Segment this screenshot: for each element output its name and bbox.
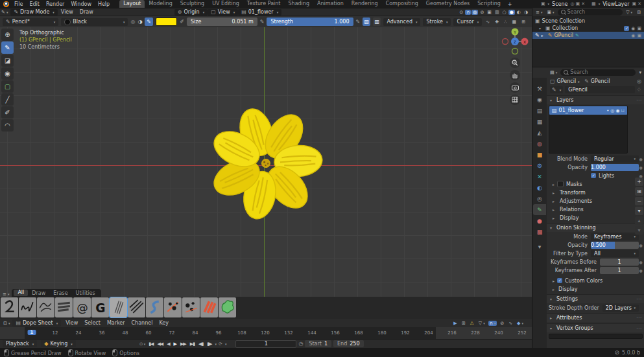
custom-colors-row[interactable]: ▸ ✓ Custom Colors xyxy=(549,277,643,284)
brush-scribble[interactable] xyxy=(37,297,54,317)
shading-rendered-icon[interactable]: ◑ xyxy=(523,10,529,15)
outliner-row-scene-collection[interactable]: ▣ Scene Collection xyxy=(532,17,644,25)
shelf-tab-draw[interactable]: Draw xyxy=(28,290,49,296)
dope-menu-select[interactable]: Select xyxy=(81,320,104,326)
new-collection-icon[interactable]: ⊞ xyxy=(636,10,642,15)
hide-viewport-icon[interactable]: ◉ xyxy=(631,26,635,31)
brush-splatter-accent[interactable] xyxy=(164,297,182,317)
disable-render-icon[interactable]: ▣ xyxy=(637,26,641,31)
app-menu-render[interactable]: Render xyxy=(43,1,67,7)
workspace-tab-layout[interactable]: Layout xyxy=(119,0,145,8)
zoom-button[interactable] xyxy=(510,58,520,68)
remove-layer-button[interactable]: − xyxy=(635,197,643,205)
workspace-tab-animation[interactable]: Animation xyxy=(313,0,348,8)
custom-colors-checkbox[interactable]: ✓ xyxy=(557,278,562,283)
mode-dropdown[interactable]: ✎ Draw Mode▾ xyxy=(10,9,57,16)
properties-editor-type-icon[interactable]: ▤▾ xyxy=(549,70,558,75)
properties-tab-scene[interactable]: ◭ xyxy=(533,127,546,138)
layer-mask-icon[interactable]: • xyxy=(606,108,609,113)
play-button[interactable]: ▶ xyxy=(172,341,178,347)
fake-user-shield-icon[interactable]: ♢ xyxy=(637,87,641,93)
collection-checkbox[interactable]: ✓ xyxy=(624,26,629,31)
panel-vertex-groups-header[interactable]: ▾Vertex Groups ⋯ xyxy=(547,323,644,332)
workspace-tab-uv-editing[interactable]: UV Editing xyxy=(208,0,243,8)
properties-tab-output[interactable]: ▤ xyxy=(533,105,546,116)
filter-icon[interactable]: ▽▾ xyxy=(477,321,486,326)
stroke-placement-dropdown[interactable]: ⊕ Origin▾ xyxy=(174,9,208,16)
outliner-display-mode-icon[interactable]: ≡▾ xyxy=(534,10,543,15)
workspace-tab-scripting[interactable]: Scripting xyxy=(473,0,505,8)
scatter-icon[interactable]: ∴ xyxy=(503,19,508,25)
vertex-color-toggle[interactable]: ✎ xyxy=(145,17,152,26)
datablock-name-field[interactable]: GPencil xyxy=(565,86,635,93)
viewlayer-icon[interactable]: ▦ xyxy=(591,1,596,6)
add-workspace-button[interactable]: + xyxy=(505,1,516,7)
tab-overflow-icon[interactable]: ▾ xyxy=(533,241,546,252)
auto-keyframe-button[interactable]: ⊙▾ xyxy=(137,341,147,347)
tool-erase[interactable]: ◪ xyxy=(1,54,14,67)
blend-mode-dropdown[interactable]: Regular▾ xyxy=(591,155,639,163)
pivot-icon[interactable]: ⊙ xyxy=(458,10,464,15)
canvas-icon[interactable]: ⊞ xyxy=(520,19,527,25)
layer-row-01-flower[interactable]: ▤ 01_flower • ◎ ◉ ⊔ xyxy=(549,106,627,115)
panel-transform-collapsed[interactable]: ▸ Transform xyxy=(549,189,643,196)
tool-fill[interactable]: ◉ xyxy=(1,67,14,80)
viewlayer-name[interactable]: ViewLayer xyxy=(602,1,629,7)
move-layer-up-button[interactable]: ▴ xyxy=(635,216,643,225)
add-layer-button[interactable]: + xyxy=(635,178,643,186)
jump-to-start-button[interactable]: ▮◀ xyxy=(147,341,155,347)
move-layer-down-button[interactable]: ▾ xyxy=(635,226,643,235)
dope-menu-marker[interactable]: Marker xyxy=(104,320,128,326)
stroke-dropdown[interactable]: Stroke▾ xyxy=(423,18,451,26)
properties-tab-tool[interactable]: ⚒ xyxy=(533,83,546,94)
frame-forward-button[interactable]: ▮▶ xyxy=(205,341,213,347)
scene-name[interactable]: Scene xyxy=(552,1,567,7)
viewport-canvas[interactable]: Top Orthographic (1) GPencil | GPencil 1… xyxy=(0,27,532,319)
camera-view-button[interactable] xyxy=(510,82,520,93)
properties-tab-data[interactable]: ✎ xyxy=(533,204,546,215)
panel-display-collapsed[interactable]: ▸ Display xyxy=(549,214,643,222)
asset-shelf-menu-icon[interactable]: ≡▾ xyxy=(1,292,10,297)
keyframes-before-field[interactable]: 1 xyxy=(600,259,639,266)
material-dropdown[interactable]: Black▾ xyxy=(61,18,128,26)
auto-masking-toggle[interactable]: ▧ xyxy=(363,17,370,26)
tool-draw[interactable]: ✎ xyxy=(1,41,14,54)
tool-primitive-box[interactable]: ▢ xyxy=(1,80,14,93)
outliner-search-input[interactable]: Search xyxy=(558,9,623,16)
datablock-browse-button[interactable]: ✎▾ xyxy=(550,86,563,93)
shading-wireframe-icon[interactable]: ○ xyxy=(501,10,508,15)
play-reverse-button[interactable]: ◀ xyxy=(165,341,171,347)
keyframe-type-icon[interactable]: ◆▾ xyxy=(516,321,525,326)
material-pin-icon[interactable]: ◎ xyxy=(130,19,135,25)
workspace-tab-modeling[interactable]: Modeling xyxy=(145,0,176,8)
shelf-tab-utilities[interactable]: Utilities xyxy=(72,290,99,296)
jump-to-end-button[interactable]: ▶▮ xyxy=(188,341,197,347)
prev-keyframe-button[interactable]: ◀◀ xyxy=(155,341,165,347)
playback-dropdown[interactable]: Playback▾ xyxy=(3,340,37,347)
shelf-tab-erase[interactable]: Erase xyxy=(49,290,71,296)
hide-viewport-icon[interactable]: ◉ xyxy=(631,33,635,38)
panel-layers-header[interactable]: ▾Layers ⋯ xyxy=(547,95,644,104)
depth-order-dropdown[interactable]: 2D Layers▾ xyxy=(602,305,639,312)
properties-tab-render[interactable]: ◉ xyxy=(533,94,546,105)
copy-scene-icon[interactable]: ▣ xyxy=(576,1,580,6)
outliner-object-filter-icon[interactable]: ▣▾ xyxy=(545,10,555,15)
brush-blob-fill[interactable] xyxy=(219,297,236,317)
size-pressure-icon[interactable]: ✎ xyxy=(260,19,265,25)
symmetry-icon[interactable]: ✚ xyxy=(494,19,500,25)
onion-filter-dropdown[interactable]: All▾ xyxy=(591,250,639,257)
eyedropper-icon[interactable]: ✐ xyxy=(180,19,184,25)
frame-ruler[interactable]: 1122436486072849610812013214415616818019… xyxy=(0,327,532,339)
shelf-tab-all[interactable]: All xyxy=(14,290,28,296)
workspace-tab-shading[interactable]: Shading xyxy=(284,0,313,8)
brush-ink-bold[interactable]: G xyxy=(91,297,109,317)
advanced-dropdown[interactable]: Advanced▾ xyxy=(383,18,420,26)
panel-relations-collapsed[interactable]: ▸ Relations xyxy=(549,205,643,213)
panel-masks-collapsed[interactable]: ▸ Masks xyxy=(549,180,643,188)
properties-tab-physics[interactable]: ◐ xyxy=(533,182,546,193)
use-preview-range-icon[interactable]: ◷ xyxy=(298,341,303,347)
properties-tab-material[interactable]: ● xyxy=(533,215,546,226)
brush-marker-chisel[interactable] xyxy=(55,297,73,317)
snap-magnet-icon[interactable]: ∩ xyxy=(465,10,471,15)
menu-view[interactable]: View xyxy=(58,9,77,15)
